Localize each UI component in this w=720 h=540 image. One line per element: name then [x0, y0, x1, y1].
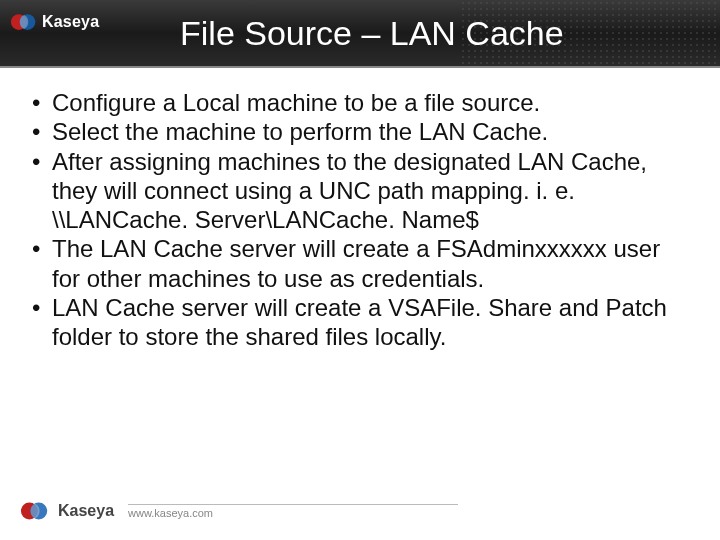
footer: Kaseya www.kaseya.com	[20, 496, 458, 526]
slide-title: File Source – LAN Cache	[0, 0, 720, 66]
slide: Kaseya File Source – LAN Cache Configure…	[0, 0, 720, 540]
bullet-item: After assigning machines to the designat…	[24, 147, 692, 235]
bullet-list: Configure a Local machine to be a file s…	[24, 88, 692, 351]
bullet-item: LAN Cache server will create a VSAFile. …	[24, 293, 692, 352]
brand-url: www.kaseya.com	[128, 504, 458, 519]
bullet-item: Configure a Local machine to be a file s…	[24, 88, 692, 117]
content-area: Configure a Local machine to be a file s…	[24, 88, 692, 351]
bullet-item: The LAN Cache server will create a FSAdm…	[24, 234, 692, 293]
bullet-item: Select the machine to perform the LAN Ca…	[24, 117, 692, 146]
brand-icon-footer	[20, 496, 50, 526]
header-bar: Kaseya File Source – LAN Cache	[0, 0, 720, 68]
brand-name-footer: Kaseya	[58, 502, 114, 520]
